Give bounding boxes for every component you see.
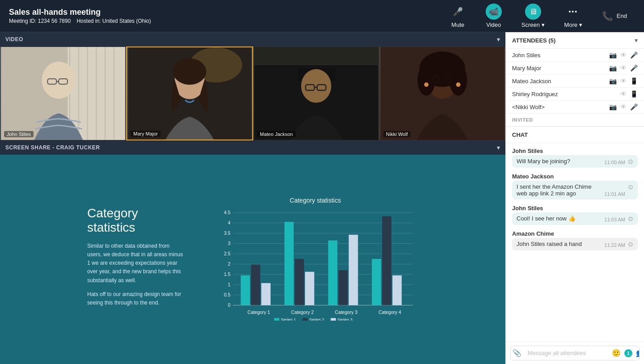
- chat-msg-1-more[interactable]: ⊙: [628, 158, 633, 165]
- meeting-controls: 🎤 Mute 📹 Video 🖥 Screen ▾ ••• More ▾ 📞 E…: [442, 1, 635, 31]
- meeting-id: 1234 56 7890: [38, 18, 71, 24]
- mute-label: Mute: [451, 21, 464, 28]
- video-off-icon: 📷: [609, 51, 617, 59]
- svg-rect-73: [274, 318, 280, 321]
- chat-input-row: 📎 🙂 1 👥 ➤: [510, 346, 640, 360]
- video-label-mary: Mary Major: [131, 131, 161, 137]
- recipients-icon[interactable]: 👥: [634, 347, 640, 359]
- svg-rect-67: [382, 216, 392, 305]
- svg-point-31: [449, 65, 467, 96]
- topbar: Sales all-hands meeting Meeting ID: 1234…: [0, 0, 644, 32]
- mic-on-icon: 🎤: [630, 51, 638, 59]
- chat-msg-4-header: Amazon Chime: [512, 230, 638, 237]
- emoji-icon[interactable]: 🙂: [610, 347, 623, 359]
- meeting-meta: Meeting ID: 1234 56 7890 Hosted in: Unit…: [9, 18, 151, 24]
- svg-text:0.5: 0.5: [224, 292, 231, 297]
- video-tile-mary: Mary Major: [126, 47, 253, 140]
- mic-icon-shirley: 📱: [630, 90, 638, 97]
- chat-msg-4-more[interactable]: ⊙: [628, 241, 633, 248]
- chat-msg-3-time: 11:03 AM: [605, 217, 625, 222]
- video-tile-john: John Stiles: [0, 47, 126, 140]
- hosted-in-label: Hosted in:: [76, 18, 101, 24]
- mute-button[interactable]: 🎤 Mute: [442, 1, 474, 31]
- attendee-icons-shirley: 👁 📱: [620, 90, 638, 97]
- chat-msg-4-bubble: John Stiles raised a hand 11:22 AM ⊙: [512, 238, 638, 250]
- svg-text:4.5: 4.5: [224, 210, 231, 215]
- chat-msg-2: Mateo Jackson I sent her the Amazon Chim…: [512, 173, 638, 199]
- unread-badge: 1: [624, 349, 632, 357]
- video-section-title: VIDEO: [5, 36, 23, 42]
- video-button[interactable]: 📹 Video: [478, 1, 510, 31]
- view-icon: 👁: [620, 51, 627, 59]
- more-button[interactable]: ••• More ▾: [556, 1, 590, 31]
- meeting-info: Sales all-hands meeting Meeting ID: 1234…: [9, 8, 151, 24]
- svg-rect-57: [241, 275, 250, 305]
- video-label-john: John Stiles: [4, 131, 34, 137]
- video-tile-nikki: Nikki Wolf: [379, 47, 505, 140]
- screenshare-section-header: SCREEN SHARE - CRAIG TUCKER ▾: [0, 140, 505, 155]
- chat-msg-2-text: I sent her the Amazon Chime web app link…: [517, 183, 602, 197]
- end-label: End: [617, 13, 627, 19]
- attendee-icons-mateo: 📷 👁 📱: [609, 77, 638, 85]
- video-bg-nikki: [380, 47, 505, 140]
- screenshare-area: Category statistics Similar to other dat…: [0, 155, 505, 364]
- svg-text:4: 4: [228, 220, 230, 225]
- chat-msg-4-text: John Stiles raised a hand: [517, 241, 602, 247]
- attendee-icons-mary: 📷 👁 🎤: [609, 64, 638, 72]
- svg-rect-63: [328, 240, 338, 305]
- slide-desc2: Hats off to our amazing design team for …: [87, 290, 186, 307]
- svg-rect-75: [302, 318, 308, 321]
- svg-point-30: [418, 65, 436, 96]
- slide-desc1: Similar to other data obtained from user…: [87, 242, 186, 285]
- hosted-in: United States (Ohio): [102, 18, 151, 24]
- svg-text:0: 0: [228, 302, 230, 307]
- video-bg-mary: [127, 47, 252, 140]
- video-icon-mary: 📷: [609, 64, 617, 72]
- chat-msg-3-more[interactable]: ⊙: [628, 215, 633, 222]
- video-tile-mateo: Mateo Jackson: [253, 47, 379, 140]
- screenshare-collapse-button[interactable]: ▾: [497, 144, 500, 151]
- screen-icon: 🖥: [525, 4, 541, 20]
- main-content: VIDEO ▾: [0, 32, 644, 364]
- left-area: VIDEO ▾: [0, 32, 505, 364]
- video-section-header: VIDEO ▾: [0, 32, 505, 47]
- slide-heading: Category statistics: [87, 206, 186, 235]
- mic-muted-icon-nikki: 🎤: [630, 103, 638, 110]
- view-icon-nikki: 👁: [620, 103, 627, 110]
- video-label: Video: [486, 21, 501, 28]
- attach-icon[interactable]: 📎: [511, 347, 523, 359]
- svg-text:2.5: 2.5: [224, 251, 231, 256]
- svg-point-16: [173, 59, 207, 85]
- mateo-video: [254, 47, 379, 140]
- attendee-name-mary: Mary Major: [512, 65, 606, 72]
- right-panel: ATTENDEES (5) ▾ John Stiles 📷 👁 🎤 Mary M…: [505, 32, 644, 364]
- bar-chart: 0 0.5 1 1.5 2 2.5 3 3.5 4 4.5 5: [212, 207, 418, 321]
- end-button[interactable]: 📞 End: [594, 7, 635, 25]
- attendee-row-mary: Mary Major 📷 👁 🎤: [506, 62, 644, 75]
- mary-video: [127, 47, 252, 140]
- svg-rect-77: [331, 318, 336, 321]
- screen-label: Screen ▾: [521, 21, 545, 28]
- chat-msg-3-header: John Stiles: [512, 205, 638, 212]
- svg-point-34: [424, 82, 428, 87]
- screen-button[interactable]: 🖥 Screen ▾: [513, 1, 553, 31]
- svg-text:3.5: 3.5: [224, 230, 231, 235]
- attendee-name-nikki: <Nikki Wolf>: [512, 104, 606, 110]
- chat-input[interactable]: [523, 346, 607, 360]
- attendees-collapse-button[interactable]: ▾: [635, 37, 638, 44]
- attendees-section: ATTENDEES (5) ▾ John Stiles 📷 👁 🎤 Mary M…: [506, 32, 644, 127]
- chat-section: CHAT John Stiles Will Mary be joining? 1…: [506, 127, 644, 364]
- view-icon-mateo: 👁: [620, 77, 627, 85]
- svg-rect-66: [372, 259, 381, 305]
- chat-msg-2-bubble: I sent her the Amazon Chime web app link…: [512, 181, 638, 199]
- svg-rect-64: [339, 270, 348, 305]
- svg-rect-61: [295, 259, 304, 305]
- video-icon-nikki: 📷: [609, 103, 617, 110]
- chat-msg-2-more[interactable]: ⊙: [628, 183, 633, 190]
- chat-msg-3-bubble: Cool! I see her now 👍 11:03 AM ⊙: [512, 212, 638, 225]
- svg-text:Series 2: Series 2: [309, 317, 324, 321]
- screen-icon-mateo: 📱: [630, 77, 638, 85]
- attendee-row-john: John Stiles 📷 👁 🎤: [506, 49, 644, 62]
- chat-msg-1: John Stiles Will Mary be joining? 11:00 …: [512, 148, 638, 168]
- video-collapse-button[interactable]: ▾: [497, 36, 500, 43]
